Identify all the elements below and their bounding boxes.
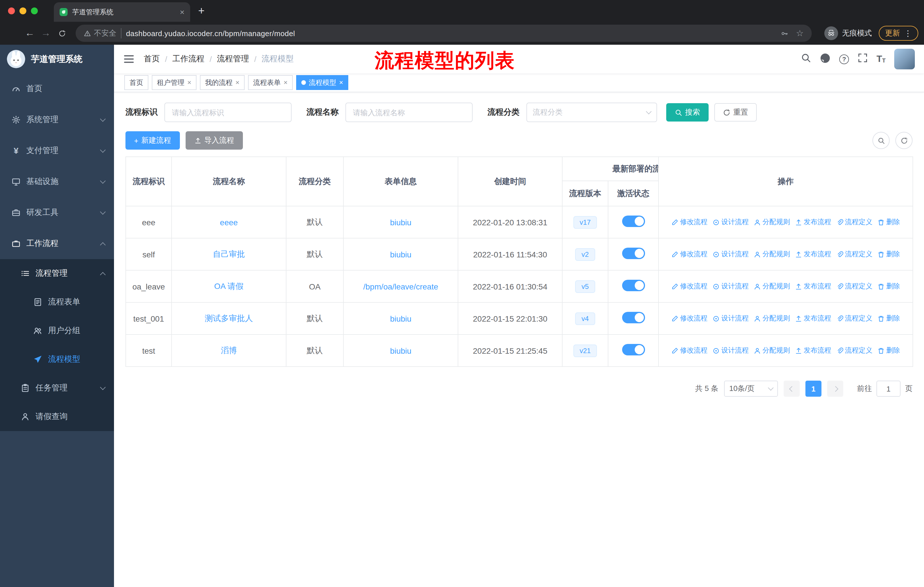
goto-page-input[interactable] <box>876 380 901 397</box>
design-process-link[interactable]: 设计流程 <box>713 281 749 291</box>
user-avatar[interactable] <box>894 49 915 69</box>
new-tab-button[interactable]: + <box>198 5 205 17</box>
process-name-link[interactable]: eeee <box>220 218 238 227</box>
update-button[interactable]: 更新 ⋮ <box>879 26 918 41</box>
form-info-link[interactable]: biubiu <box>390 346 412 355</box>
toggle-search-button[interactable] <box>873 132 889 149</box>
tag-tenant-mgmt[interactable]: 租户管理 × <box>152 75 196 90</box>
github-icon[interactable] <box>820 53 831 66</box>
process-name-link[interactable]: 滔博 <box>221 346 237 355</box>
reload-button[interactable] <box>54 25 70 41</box>
assign-rule-link[interactable]: 分配规则 <box>754 346 790 356</box>
modify-process-link[interactable]: 修改流程 <box>672 281 708 291</box>
assign-rule-link[interactable]: 分配规则 <box>754 217 790 227</box>
modify-process-link[interactable]: 修改流程 <box>672 314 708 323</box>
delete-link[interactable]: 删除 <box>878 250 900 259</box>
active-toggle[interactable] <box>622 312 645 323</box>
forward-button[interactable]: → <box>38 25 54 41</box>
tag-process-model[interactable]: 流程模型 × <box>296 75 348 90</box>
process-definition-link[interactable]: 流程定义 <box>837 217 873 227</box>
close-icon[interactable]: × <box>187 79 191 86</box>
publish-process-link[interactable]: 发布流程 <box>795 250 831 259</box>
page-number-button[interactable]: 1 <box>805 380 822 397</box>
tag-process-form[interactable]: 流程表单 × <box>248 75 293 90</box>
design-process-link[interactable]: 设计流程 <box>713 314 749 323</box>
sidebar-item-leave-query[interactable]: 请假查询 <box>0 402 114 431</box>
assign-rule-link[interactable]: 分配规则 <box>754 281 790 291</box>
active-toggle[interactable] <box>622 280 645 291</box>
tab-close-icon[interactable]: × <box>180 7 185 17</box>
help-icon[interactable]: ? <box>839 54 849 64</box>
form-info-link[interactable]: biubiu <box>390 250 412 259</box>
sidebar-item-process-form[interactable]: 流程表单 <box>0 288 114 316</box>
close-icon[interactable]: × <box>284 79 287 86</box>
sidebar-item-infrastructure[interactable]: 基础设施 <box>0 166 114 197</box>
assign-rule-link[interactable]: 分配规则 <box>754 250 790 259</box>
collapse-sidebar-button[interactable] <box>123 53 135 65</box>
process-id-input[interactable] <box>164 103 292 122</box>
page-size-select[interactable]: 10条/页 <box>724 380 778 397</box>
publish-process-link[interactable]: 发布流程 <box>795 346 831 356</box>
active-toggle[interactable] <box>622 215 645 227</box>
breadcrumb-process-mgmt[interactable]: 流程管理 <box>217 54 249 64</box>
publish-process-link[interactable]: 发布流程 <box>795 217 831 227</box>
process-name-link[interactable]: OA 请假 <box>214 281 244 290</box>
sidebar-item-user-group[interactable]: 用户分组 <box>0 316 114 345</box>
delete-link[interactable]: 删除 <box>878 346 900 356</box>
process-name-link[interactable]: 自己审批 <box>213 249 245 258</box>
category-select[interactable]: 流程分类 <box>526 103 657 122</box>
active-toggle[interactable] <box>622 248 645 259</box>
bookmark-star-icon[interactable]: ☆ <box>796 28 804 38</box>
sidebar-item-process-model[interactable]: 流程模型 <box>0 345 114 374</box>
sidebar-item-dev-tools[interactable]: 研发工具 <box>0 197 114 228</box>
close-window-button[interactable] <box>8 7 15 14</box>
modify-process-link[interactable]: 修改流程 <box>672 250 708 259</box>
browser-menu-icon[interactable]: ⋮ <box>904 29 912 38</box>
process-definition-link[interactable]: 流程定义 <box>837 346 873 356</box>
sidebar-item-workflow[interactable]: 工作流程 <box>0 228 114 259</box>
reset-button[interactable]: 重置 <box>714 103 757 122</box>
prev-page-button[interactable] <box>784 380 800 397</box>
process-name-link[interactable]: 测试多审批人 <box>205 313 253 322</box>
publish-process-link[interactable]: 发布流程 <box>795 281 831 291</box>
design-process-link[interactable]: 设计流程 <box>713 250 749 259</box>
tag-home[interactable]: 首页 <box>124 75 148 90</box>
browser-tab[interactable]: 芋道管理系统 × <box>54 2 190 22</box>
delete-link[interactable]: 删除 <box>878 314 900 323</box>
security-warning[interactable]: 不安全 <box>84 28 121 38</box>
delete-link[interactable]: 删除 <box>878 281 900 291</box>
close-icon[interactable]: × <box>236 79 239 86</box>
assign-rule-link[interactable]: 分配规则 <box>754 314 790 323</box>
create-process-button[interactable]: + 新建流程 <box>125 131 180 150</box>
design-process-link[interactable]: 设计流程 <box>713 217 749 227</box>
fullscreen-icon[interactable] <box>858 53 868 65</box>
form-info-link[interactable]: /bpm/oa/leave/create <box>363 282 438 291</box>
back-button[interactable]: ← <box>22 25 38 41</box>
process-definition-link[interactable]: 流程定义 <box>837 281 873 291</box>
sidebar-item-task-mgmt[interactable]: 任务管理 <box>0 374 114 402</box>
key-icon[interactable] <box>780 30 788 37</box>
form-info-link[interactable]: biubiu <box>390 218 412 227</box>
sidebar-item-payment-mgmt[interactable]: ¥ 支付管理 <box>0 135 114 166</box>
delete-link[interactable]: 删除 <box>878 217 900 227</box>
modify-process-link[interactable]: 修改流程 <box>672 346 708 356</box>
sidebar-item-process-mgmt[interactable]: 流程管理 <box>0 259 114 288</box>
process-definition-link[interactable]: 流程定义 <box>837 250 873 259</box>
sidebar-item-system-mgmt[interactable]: 系统管理 <box>0 104 114 135</box>
breadcrumb-home[interactable]: 首页 <box>144 54 160 64</box>
refresh-table-button[interactable] <box>895 132 912 149</box>
zoom-window-button[interactable] <box>31 7 38 14</box>
next-page-button[interactable] <box>827 380 843 397</box>
design-process-link[interactable]: 设计流程 <box>713 346 749 356</box>
modify-process-link[interactable]: 修改流程 <box>672 217 708 227</box>
font-size-icon[interactable]: TT <box>876 55 886 64</box>
close-icon[interactable]: × <box>339 79 343 86</box>
sidebar-item-home[interactable]: 首页 <box>0 73 114 104</box>
minimize-window-button[interactable] <box>20 7 26 14</box>
address-bar[interactable]: 不安全 dashboard.yudao.iocoder.cn/bpm/manag… <box>76 25 812 42</box>
process-definition-link[interactable]: 流程定义 <box>837 314 873 323</box>
breadcrumb-workflow[interactable]: 工作流程 <box>172 54 205 64</box>
process-name-input[interactable] <box>345 103 473 122</box>
publish-process-link[interactable]: 发布流程 <box>795 314 831 323</box>
form-info-link[interactable]: biubiu <box>390 314 412 323</box>
